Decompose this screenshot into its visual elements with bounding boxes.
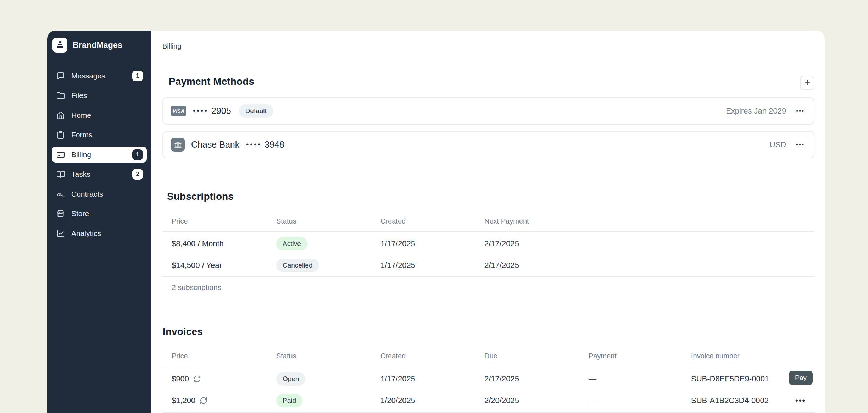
visa-icon: VISA [171, 106, 186, 116]
invoice-payment: — [589, 374, 596, 384]
brand: BrandMages [52, 38, 122, 53]
invoice-number: SUB-D8EF5DE9-0001 [691, 374, 769, 384]
sidebar-item-label: Files [71, 91, 143, 100]
main-panel: Billing Payment Methods VISA •••• 2905 D… [151, 31, 825, 413]
messages-badge: 1 [132, 71, 143, 81]
brand-name: BrandMages [73, 40, 122, 50]
sidebar-item-label: Home [71, 111, 143, 120]
col-header-price: Price [172, 217, 188, 225]
sidebar-item-label: Analytics [71, 229, 143, 238]
invoices-title: Invoices [163, 326, 203, 337]
sidebar-item-contracts[interactable]: Contracts [52, 186, 147, 202]
sidebar-item-label: Store [71, 209, 143, 218]
payment-methods-title: Payment Methods [169, 76, 254, 87]
sidebar-item-forms[interactable]: Forms [52, 127, 147, 143]
invoice-created: 1/17/2025 [380, 374, 415, 384]
chart-line-icon [56, 229, 65, 238]
invoice-payment: — [589, 396, 596, 405]
home-icon [56, 111, 65, 120]
add-payment-method-button[interactable] [800, 76, 814, 90]
payment-method-card-bank: Chase Bank •••• 3948 USD ••• [162, 131, 814, 158]
bank-name: Chase Bank [191, 139, 239, 150]
subscription-next-payment: 2/17/2025 [484, 239, 519, 248]
invoice-due: 2/20/2025 [484, 396, 519, 405]
subscriptions-count: 2 subscriptions [172, 283, 221, 292]
table-divider [162, 231, 814, 232]
col-header-invoice-number: Invoice number [691, 352, 740, 360]
stacked-stones-icon [55, 40, 65, 51]
sidebar-item-billing[interactable]: Billing 1 [52, 147, 147, 163]
open-book-icon [56, 170, 65, 179]
chat-bubble-icon [56, 71, 65, 81]
pay-button[interactable]: Pay [789, 371, 813, 385]
col-header-due: Due [484, 352, 497, 360]
col-header-status: Status [276, 217, 296, 225]
folder-icon [56, 91, 65, 100]
col-header-created: Created [380, 352, 406, 360]
payment-method-card-visa: VISA •••• 2905 Default Expires Jan 2029 … [162, 97, 814, 125]
table-divider [162, 412, 814, 413]
card-menu-icon[interactable]: ••• [796, 108, 805, 114]
sidebar-item-label: Forms [71, 131, 143, 139]
bank-icon [171, 138, 185, 152]
subscription-created: 1/17/2025 [380, 239, 415, 248]
card-mask: •••• [193, 107, 208, 115]
col-header-status: Status [276, 352, 296, 360]
invoice-menu-icon[interactable]: ••• [795, 397, 806, 404]
status-badge: Open [276, 372, 305, 386]
invoice-number: SUB-A1B2C3D4-0002 [691, 396, 769, 405]
clipboard-icon [56, 130, 65, 139]
subscription-price: $8,400 / Month [172, 239, 224, 248]
col-header-payment: Payment [589, 352, 617, 360]
page-title: Billing [162, 42, 181, 50]
invoice-due: 2/17/2025 [484, 374, 519, 384]
brand-logo [52, 38, 67, 53]
table-divider [162, 276, 814, 277]
card-menu-icon[interactable]: ••• [796, 142, 805, 148]
signature-icon [56, 189, 65, 199]
card-last4: 3948 [265, 139, 284, 150]
card-mask: •••• [246, 141, 262, 149]
billing-badge: 1 [132, 149, 143, 160]
card-expiry: Expires Jan 2029 [726, 106, 786, 116]
sidebar-item-label: Billing [71, 150, 132, 159]
sidebar-item-label: Contracts [71, 190, 143, 198]
subscription-price: $14,500 / Year [172, 261, 222, 270]
sidebar-item-tasks[interactable]: Tasks 2 [52, 166, 147, 182]
status-badge: Cancelled [276, 259, 319, 272]
invoice-created: 1/20/2025 [380, 396, 415, 405]
sidebar-item-label: Tasks [71, 170, 132, 178]
subscriptions-title: Subscriptions [167, 191, 234, 202]
col-header-price: Price [172, 352, 188, 360]
storefront-icon [56, 209, 65, 218]
sidebar-nav: Messages 1 Files Home Forms [52, 68, 147, 245]
col-header-created: Created [380, 217, 406, 225]
sidebar-item-home[interactable]: Home [52, 107, 147, 123]
col-header-next-payment: Next Payment [484, 217, 529, 225]
credit-card-icon [56, 150, 65, 159]
invoice-price: $900 [172, 374, 189, 384]
table-divider [162, 255, 814, 255]
table-divider [162, 390, 814, 390]
app-shell: BrandMages Messages 1 Files Home [47, 31, 825, 413]
sidebar-item-analytics[interactable]: Analytics [52, 225, 147, 241]
topbar: Billing [151, 31, 825, 62]
subscription-created: 1/17/2025 [380, 261, 415, 270]
default-badge: Default [239, 104, 273, 118]
card-last4: 2905 [211, 106, 231, 116]
sidebar: BrandMages Messages 1 Files Home [47, 31, 151, 413]
sidebar-item-store[interactable]: Store [52, 206, 147, 222]
status-badge: Paid [276, 394, 302, 407]
tasks-badge: 2 [132, 169, 143, 180]
status-badge: Active [276, 237, 307, 250]
card-currency: USD [770, 140, 786, 149]
sidebar-item-messages[interactable]: Messages 1 [52, 68, 147, 84]
invoice-price: $1,200 [172, 396, 195, 405]
sidebar-item-files[interactable]: Files [52, 88, 147, 104]
subscription-next-payment: 2/17/2025 [484, 261, 519, 270]
recurring-icon [200, 397, 207, 404]
plus-icon [803, 78, 811, 87]
table-divider [162, 367, 814, 367]
sidebar-item-label: Messages [71, 72, 132, 80]
recurring-icon [193, 375, 201, 383]
